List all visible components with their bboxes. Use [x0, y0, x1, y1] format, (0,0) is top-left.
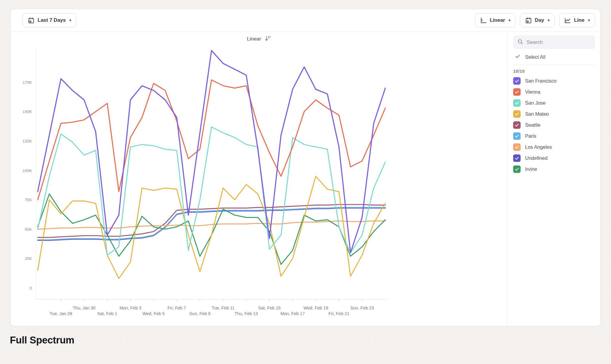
- y-axis-label: 25K: [25, 256, 32, 261]
- chart-type-dropdown-button[interactable]: Line ▾: [559, 13, 595, 27]
- y-axis-label: 100K: [22, 168, 32, 173]
- legend-item-label: Paris: [525, 133, 536, 139]
- checkbox-icon[interactable]: [513, 110, 521, 118]
- y-axis-label: 75K: [25, 198, 32, 202]
- y-axis-label: 125K: [22, 139, 32, 143]
- checkbox-icon[interactable]: [513, 165, 521, 173]
- legend-item-label: San Francisco: [525, 78, 556, 84]
- checkbox-icon[interactable]: [513, 88, 521, 96]
- y-axis-label: 0: [30, 286, 32, 290]
- x-axis-label: Sat, Feb 15: [258, 306, 281, 310]
- legend-item-label: Seattle: [525, 122, 540, 128]
- date-range-label: Last 7 Days: [38, 17, 66, 23]
- legend-item-irvine[interactable]: Irvine: [513, 164, 595, 175]
- x-axis-label: Tue, Jan 28: [50, 311, 72, 316]
- legend-item-label: Los Angeles: [525, 144, 552, 150]
- checkbox-icon[interactable]: [513, 77, 521, 85]
- legend-item-los-angeles[interactable]: Los Angeles: [513, 142, 595, 153]
- chevron-down-icon: ▾: [588, 18, 590, 22]
- scale-label: Linear: [490, 17, 505, 23]
- granularity-label: Day: [535, 17, 544, 23]
- scale-dropdown-button[interactable]: Linear ▾: [475, 13, 516, 27]
- search-icon: [517, 38, 524, 46]
- legend-sidebar: Select All 10/10 San FranciscoViennaSan …: [507, 32, 600, 326]
- x-axis-label: Thu, Jan 30: [73, 306, 96, 310]
- checkbox-icon[interactable]: [513, 99, 521, 107]
- date-range-button[interactable]: Last 7 Days ▾: [23, 13, 76, 27]
- y-axis-label: 50K: [25, 227, 32, 232]
- toolbar: Last 7 Days ▾ Linear ▾: [11, 9, 600, 32]
- legend-list: San FranciscoViennaSan JoseSan MateoSeat…: [513, 75, 595, 175]
- x-axis-label: Fri, Feb 21: [328, 311, 349, 316]
- page-title: Full Spectrum: [10, 334, 74, 346]
- search-input[interactable]: [527, 39, 591, 45]
- x-axis-label: Sat, Feb 1: [97, 311, 117, 316]
- legend-item-label: San Mateo: [525, 111, 549, 117]
- checkbox-icon[interactable]: [513, 154, 521, 162]
- checkbox-icon[interactable]: [513, 143, 521, 151]
- y-axis-label: 175K: [22, 80, 32, 85]
- chevron-down-icon: ▾: [548, 18, 550, 22]
- legend-item-label: Irvine: [525, 166, 537, 172]
- chevron-down-icon: ▾: [509, 18, 510, 22]
- checkbox-icon[interactable]: [513, 121, 521, 129]
- calendar-icon: [28, 17, 35, 24]
- check-icon: [515, 54, 520, 60]
- series-line-los-angeles[interactable]: [38, 221, 385, 229]
- legend-item-label: Vienna: [525, 89, 540, 95]
- legend-item-vienna[interactable]: Vienna: [513, 86, 595, 97]
- chart-panel: Linear 175K150K125K100K75K50K25K0Tue, Ja…: [11, 32, 507, 326]
- x-axis-label: Wed, Feb 5: [142, 311, 165, 316]
- x-axis-label: Wed, Feb 19: [303, 306, 328, 310]
- legend-item-undefined[interactable]: Undefined: [513, 153, 595, 164]
- x-axis-label: Sun, Feb 9: [189, 311, 211, 316]
- legend-item-label: Undefined: [525, 155, 547, 161]
- selected-count: 10/10: [513, 65, 595, 75]
- legend-item-san-mateo[interactable]: San Mateo: [513, 109, 595, 120]
- checkbox-icon[interactable]: [513, 132, 521, 140]
- x-axis-label: Thu, Feb 13: [234, 311, 258, 316]
- granularity-dropdown-button[interactable]: Day ▾: [520, 13, 555, 27]
- legend-item-seattle[interactable]: Seattle: [513, 120, 595, 131]
- axis-scale-icon: [480, 17, 487, 24]
- x-axis-label: Sun, Feb 23: [350, 306, 374, 310]
- calendar-icon: [525, 17, 532, 24]
- legend-item-paris[interactable]: Paris: [513, 131, 595, 142]
- select-all-label: Select All: [525, 54, 545, 60]
- y-axis-label: 150K: [22, 109, 32, 114]
- x-axis-label: Tue, Feb 11: [212, 306, 234, 310]
- x-axis-label: Mon, Feb 3: [119, 306, 141, 310]
- chart-controls: Linear ▾ Day ▾: [475, 13, 595, 27]
- legend-item-san-jose[interactable]: San Jose: [513, 97, 595, 109]
- legend-item-san-francisco[interactable]: San Francisco: [513, 75, 595, 86]
- page: { "toolbar": { "date_range_label": "Last…: [0, 0, 611, 364]
- line-chart[interactable]: 175K150K125K100K75K50K25K0Tue, Jan 28Thu…: [11, 32, 507, 326]
- legend-item-label: San Jose: [525, 100, 546, 106]
- chevron-down-icon: ▾: [70, 18, 71, 22]
- legend-search[interactable]: [513, 35, 595, 49]
- chart-type-label: Line: [574, 17, 584, 23]
- line-chart-icon: [564, 17, 571, 24]
- x-axis-label: Mon, Feb 17: [280, 311, 305, 316]
- select-all-button[interactable]: Select All: [513, 49, 595, 65]
- x-axis-label: Fri, Feb 7: [167, 306, 186, 310]
- analytics-card: Last 7 Days ▾ Linear ▾: [10, 9, 601, 326]
- series-line-vienna[interactable]: [38, 80, 385, 200]
